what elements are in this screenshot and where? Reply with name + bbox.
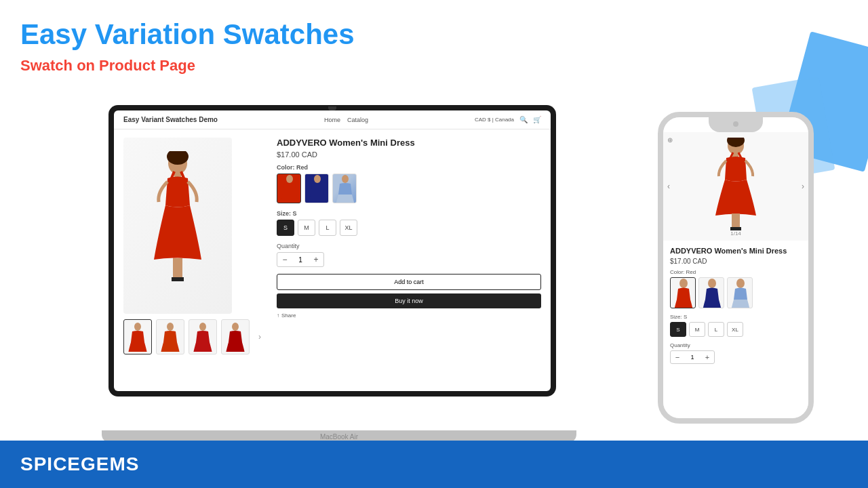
dress-svg <box>144 151 212 300</box>
svg-point-8 <box>167 323 174 331</box>
phone-quantity-label: Quantity <box>670 342 802 348</box>
svg-point-11 <box>286 175 293 183</box>
phone-next-icon[interactable]: › <box>802 182 804 191</box>
thumbnail-arrow[interactable]: › <box>254 331 266 343</box>
cart-icon[interactable]: 🛒 <box>533 116 541 123</box>
zoom-icon[interactable]: ⊕ <box>667 136 673 144</box>
nav-home[interactable]: Home <box>324 117 340 123</box>
size-m[interactable]: M <box>298 220 315 236</box>
phone-size-s[interactable]: S <box>670 322 686 337</box>
shop-content: › ADDYVERO Women's Mini Dress $17.00 CAD… <box>114 129 551 363</box>
svg-rect-6 <box>177 277 184 281</box>
share-link[interactable]: ↑Share <box>277 312 541 319</box>
svg-point-23 <box>736 279 745 288</box>
phone-swatch-floral[interactable] <box>727 277 753 308</box>
qty-decrease[interactable]: − <box>277 253 292 266</box>
svg-point-13 <box>342 175 349 183</box>
product-title: ADDYVERO Women's Mini Dress <box>277 138 541 148</box>
phone-size-label: Size: S <box>670 314 802 320</box>
thumb-4[interactable] <box>221 319 250 354</box>
phone-notch <box>709 117 763 132</box>
phone-color-swatches <box>670 277 802 308</box>
product-main-image <box>123 138 232 314</box>
svg-point-10 <box>232 323 239 331</box>
size-swatches: S M L XL <box>277 220 541 236</box>
add-to-cart-button[interactable]: Add to cart <box>277 274 541 290</box>
svg-point-9 <box>199 323 206 331</box>
size-l[interactable]: L <box>319 220 336 236</box>
phone-prev-icon[interactable]: ‹ <box>667 182 670 191</box>
bottom-bar: SPICEGEMS <box>0 441 868 488</box>
size-s[interactable]: S <box>277 220 294 236</box>
search-icon[interactable]: 🔍 <box>519 116 528 123</box>
color-swatch-floral[interactable] <box>332 174 357 203</box>
thumb-3[interactable] <box>189 319 217 354</box>
title-plain: Easy <box>20 18 95 50</box>
phone-size-m[interactable]: M <box>689 322 705 337</box>
shop-icons: CAD $ | Canada 🔍 🛒 <box>475 116 541 123</box>
phone-qty-increase[interactable]: + <box>701 351 714 363</box>
phone-product-price: $17.00 CAD <box>670 258 802 265</box>
quantity-control: − 1 + <box>277 252 324 267</box>
phone-product-title: ADDYVERO Women's Mini Dress <box>670 246 802 256</box>
shop-header: Easy Variant Swatches Demo Home Catalog … <box>114 110 551 129</box>
qty-value: 1 <box>292 256 309 264</box>
thumb-1[interactable] <box>123 319 152 354</box>
subtitle: Swatch on Product Page <box>20 57 848 75</box>
svg-rect-4 <box>178 258 182 279</box>
phone-swatch-navy[interactable] <box>698 277 724 308</box>
laptop-screen-outer: Easy Variant Swatches Demo Home Catalog … <box>108 105 556 396</box>
qty-increase[interactable]: + <box>309 253 323 266</box>
main-title: Easy Variation Swatches <box>20 19 848 50</box>
shop-logo: Easy Variant Swatches Demo <box>123 116 218 123</box>
svg-rect-17 <box>732 214 736 228</box>
svg-point-21 <box>679 279 688 288</box>
shop-nav: Home Catalog <box>324 117 368 123</box>
size-xl[interactable]: XL <box>340 220 357 236</box>
product-thumbnails: › <box>123 319 266 354</box>
quantity-label: Quantity <box>277 243 541 249</box>
product-price: $17.00 CAD <box>277 150 541 159</box>
svg-rect-3 <box>173 258 178 279</box>
svg-rect-20 <box>735 227 741 230</box>
phone-screen: ⊕ ‹ › 1/14 <box>663 117 808 418</box>
svg-point-12 <box>314 175 321 183</box>
phone-quantity-control: − 1 + <box>670 350 715 364</box>
laptop-notch <box>328 106 336 110</box>
color-label: Color: Red <box>277 164 541 171</box>
phone-product-image: ⊕ ‹ › 1/14 <box>663 132 808 241</box>
color-swatches <box>277 174 541 203</box>
phone-outer: ⊕ ‹ › 1/14 <box>658 112 814 424</box>
nav-catalog[interactable]: Catalog <box>347 117 368 123</box>
laptop-screen: Easy Variant Swatches Demo Home Catalog … <box>114 110 551 391</box>
product-details: ADDYVERO Women's Mini Dress $17.00 CAD C… <box>277 138 541 354</box>
phone-size-l[interactable]: L <box>708 322 724 337</box>
phone-camera <box>733 121 738 127</box>
shop-currency[interactable]: CAD $ | Canada <box>475 117 514 123</box>
phone-qty-decrease[interactable]: − <box>671 351 684 363</box>
phone-qty-value: 1 <box>684 354 701 361</box>
size-label: Size: S <box>277 210 541 217</box>
svg-rect-18 <box>736 214 740 228</box>
svg-point-22 <box>708 279 716 288</box>
laptop-mockup: Easy Variant Swatches Demo Home Catalog … <box>108 105 570 424</box>
buy-now-button[interactable]: Buy it now <box>277 293 541 308</box>
phone-mockup: ⊕ ‹ › 1/14 <box>658 112 814 430</box>
color-swatch-red[interactable] <box>277 174 301 203</box>
phone-color-label: Color: Red <box>670 269 802 275</box>
phone-dress-svg <box>702 138 770 236</box>
phone-size-swatches: S M L XL <box>670 322 802 337</box>
product-image-section: › <box>123 138 266 354</box>
phone-swatch-red[interactable] <box>670 277 696 308</box>
phone-size-xl[interactable]: XL <box>727 322 743 337</box>
thumb-2[interactable] <box>156 319 184 354</box>
svg-point-7 <box>134 323 141 331</box>
phone-details: ADDYVERO Women's Mini Dress $17.00 CAD C… <box>663 241 808 369</box>
color-swatch-navy[interactable] <box>304 174 329 203</box>
phone-image-counter: 1/14 <box>730 230 741 237</box>
title-accent: Variation Swatches <box>95 18 355 50</box>
spicegems-logo: SPICEGEMS <box>20 453 139 475</box>
